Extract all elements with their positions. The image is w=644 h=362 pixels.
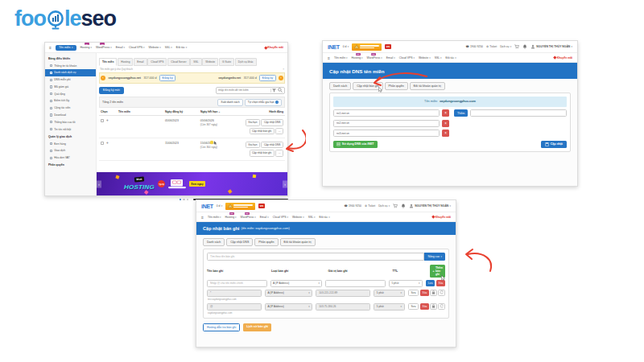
tab-website[interactable]: Website <box>202 58 218 66</box>
nav-item-ten-mien[interactable]: Tên miền▾ <box>56 45 76 51</box>
search-icon[interactable] <box>278 88 283 93</box>
nav-item-wordpress[interactable]: HOTWordPress▾ <box>96 46 112 49</box>
promo-banner-small[interactable] <box>352 43 382 51</box>
more-actions-button[interactable]: ... <box>275 128 283 134</box>
banner-next-icon[interactable]: › <box>283 180 287 187</box>
hamburger-icon[interactable]: ≡ <box>328 56 330 60</box>
bell-icon[interactable] <box>401 204 406 208</box>
nav-item-cloud-vps[interactable]: Cloud VPS▾ <box>399 56 415 60</box>
user-menu[interactable]: NGUYỄN THỊ THÚY NGÂN▾ <box>409 204 451 208</box>
hosting-promo-banner[interactable]: ‹ Mua HOSTING Tặng <box>97 172 287 195</box>
sidebar-item-download[interactable]: Download <box>45 112 96 119</box>
promo-link[interactable]: Khuyến mãi <box>432 216 451 219</box>
renew-button[interactable]: Gia hạn <box>246 119 260 125</box>
record-type-select[interactable]: A (IP Address)▾ <box>265 303 312 311</box>
user-menu[interactable]: NGUYỄN THỊ THÚY NGÂN▾ <box>530 44 572 49</box>
balance-dropdown[interactable]: 0 đ▾ <box>343 45 349 48</box>
nav-item-website[interactable]: Website▾ <box>149 46 161 49</box>
nav-item-email[interactable]: Email▾ <box>260 216 269 219</box>
expand-row-icon[interactable]: + <box>106 119 109 122</box>
tab-cloud-server[interactable]: Cloud Server <box>167 58 189 66</box>
sidebar-item-vat-invoice[interactable]: Hóa đơn VAT <box>45 154 96 162</box>
sidebar-item-transactions[interactable]: Giao dịch <box>45 147 96 154</box>
sidebar-item-collaborator[interactable]: Cộng tác viên <box>45 105 96 112</box>
update-dns-button[interactable]: Cập nhật DNS <box>261 142 283 148</box>
remove-nameserver-button[interactable]: × <box>442 130 449 137</box>
record-type-select[interactable]: A (IP Address)▾ <box>265 290 312 297</box>
promo-banner-small[interactable] <box>225 203 255 210</box>
advanced-search-button[interactable]: Nâng cao▾ <box>424 253 445 261</box>
nameserver-input[interactable] <box>333 120 440 127</box>
ticket-link[interactable]: ⚙Ticket <box>365 204 375 208</box>
nav-item-doi-tac[interactable]: Đối tác▾ <box>320 216 330 219</box>
update-dns-button[interactable]: Cập nhật DNS <box>261 119 283 125</box>
row-checkbox[interactable] <box>101 119 104 122</box>
filter-icon[interactable] <box>272 88 276 93</box>
record-search-input[interactable] <box>207 253 424 261</box>
edit-record-button[interactable]: Sửa <box>408 290 419 297</box>
row-checkbox[interactable] <box>101 142 104 145</box>
tab-cap-nhat-ban-ghi[interactable]: Cập nhật bản ghi <box>353 82 382 90</box>
tab-cap-nhat-dns[interactable]: Cập nhật DNS <box>226 238 253 246</box>
export-list-button[interactable]: Xuất danh sách <box>217 99 243 106</box>
nav-item-ten-mien[interactable]: Tên miền▾ <box>334 56 348 60</box>
edit-record-button[interactable]: Sửa <box>408 303 419 311</box>
tab-doi-tai-khoan-quan-tri[interactable]: Đổi tài khoản quản trị <box>410 82 445 90</box>
sidebar-item-orders[interactable]: Đơn hàng <box>45 140 96 147</box>
nav-item-ssl[interactable]: SSL▾ <box>308 216 316 219</box>
nameserver-input[interactable] <box>333 109 440 117</box>
nav-item-cloud-vps[interactable]: Cloud VPS▾ <box>129 46 145 49</box>
record-name-input[interactable] <box>207 290 262 297</box>
lock-record-button[interactable] <box>430 290 437 297</box>
ticket-link[interactable]: ⚙Ticket <box>486 45 497 48</box>
tab-other-services[interactable]: Dịch vụ khác <box>235 58 257 66</box>
renew-button[interactable]: Gia hạn <box>246 142 260 148</box>
nav-item-ten-mien[interactable]: Tên miền▾ <box>208 216 221 219</box>
nav-item-wordpress[interactable]: HOTWordPress▾ <box>367 56 382 60</box>
update-records-button[interactable]: Cập nhật bản ghi <box>250 128 275 134</box>
record-value-input[interactable] <box>325 280 386 287</box>
tab-doi-tai-khoan-quan-tri[interactable]: Đổi tài khoản quản trị <box>280 238 316 246</box>
nav-item-website[interactable]: Website▾ <box>292 216 304 219</box>
tab-danh-sach[interactable]: Danh sách <box>329 82 351 90</box>
record-history-button[interactable] <box>438 303 445 311</box>
sidebar-item-free-dns[interactable]: DNS miễn phí <box>45 76 96 84</box>
hamburger-icon[interactable]: ≡ <box>49 45 52 50</box>
nav-item-hosting[interactable]: HOTHosting▾ <box>225 216 237 219</box>
services-dropdown[interactable]: Dịch vụ▾ <box>500 45 511 48</box>
delete-record-button[interactable]: Xóa <box>420 290 429 297</box>
add-record-button[interactable]: + Thêm bản ghi <box>430 265 445 278</box>
tab-email[interactable]: Email <box>134 58 147 66</box>
tab-ssl[interactable]: SSL <box>190 58 201 66</box>
nameserver-input[interactable] <box>333 130 440 137</box>
bell-icon[interactable] <box>522 44 527 49</box>
close-icon[interactable]: × <box>283 68 284 71</box>
nav-item-hosting[interactable]: HOTHosting▾ <box>80 46 92 49</box>
sidebar-item-service-list[interactable]: Danh sách dịch vụ <box>45 69 96 76</box>
register-new-button[interactable]: Đăng ký mới <box>99 87 124 94</box>
nav-item-hosting[interactable]: HOTHosting▾ <box>352 56 363 60</box>
save-record-button[interactable]: Lưu <box>426 280 435 287</box>
tab-g-suite[interactable]: G Suite <box>219 58 234 66</box>
tab-ten-mien[interactable]: Tên miền <box>99 58 117 66</box>
ttl-select[interactable]: 5 phút▾ <box>374 290 404 297</box>
column-header-ngay-het-han[interactable]: Ngày hết hạn ▲ <box>200 110 246 113</box>
expand-row-icon[interactable]: + <box>106 142 109 145</box>
remove-nameserver-button[interactable]: × <box>442 120 449 127</box>
record-value-input[interactable] <box>316 303 370 311</box>
carousel-dots[interactable] <box>180 199 188 200</box>
nav-item-website[interactable]: Website▾ <box>419 56 431 60</box>
ttl-select[interactable]: 5 phút▾ <box>374 303 404 311</box>
nav-item-ssl[interactable]: SSL▾ <box>435 56 442 60</box>
promo-link[interactable]: Khuyến mãi <box>554 56 572 60</box>
new-nameserver-input[interactable] <box>470 109 567 117</box>
record-type-select[interactable]: A (IP Address)▾ <box>270 280 323 287</box>
tab-danh-sach[interactable]: Danh sách <box>203 238 225 246</box>
more-actions-button[interactable]: ... <box>275 150 283 156</box>
update-button[interactable]: Cập nhật <box>541 141 567 148</box>
tab-cloud-vps[interactable]: Cloud VPS <box>147 58 167 66</box>
tab-hosting[interactable]: Hosting <box>118 58 133 66</box>
sidebar-item-account-info[interactable]: Thông tin tài khoản <box>45 62 96 69</box>
delete-record-button[interactable]: Xóa <box>436 280 445 287</box>
balance-dropdown[interactable]: 0 đ▾ <box>217 204 222 208</box>
